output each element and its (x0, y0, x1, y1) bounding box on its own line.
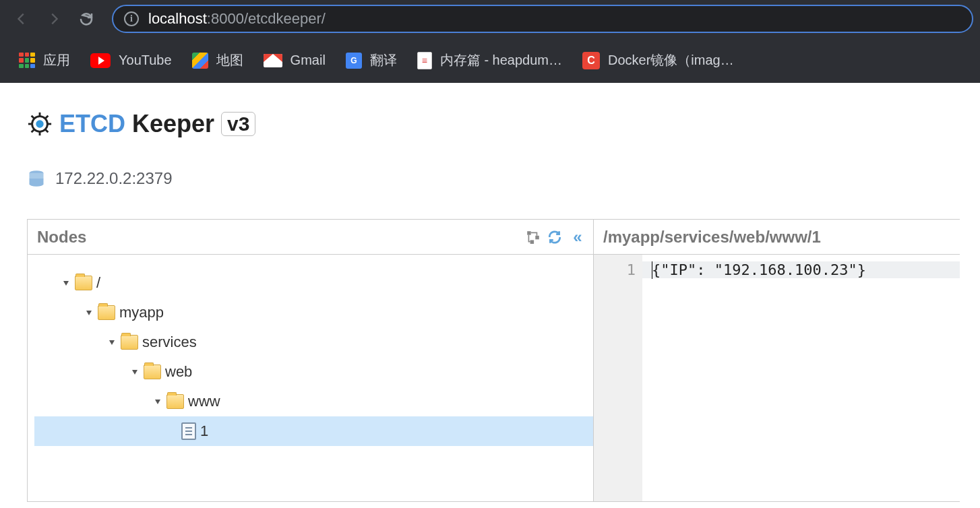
tree-toggle-icon[interactable] (84, 308, 94, 317)
tree-toggle-icon[interactable] (130, 367, 140, 377)
bookmark-label: Docker镜像（imag… (608, 51, 734, 69)
bookmark-label: 翻译 (370, 51, 397, 69)
svg-line-8 (32, 130, 34, 133)
tree-node-services[interactable]: services (34, 327, 593, 357)
folder-icon (121, 335, 138, 350)
back-icon (14, 11, 29, 26)
bookmarks-bar: 应用 YouTube 地图 Gmail G 翻译 ≡ 内存篇 - heapdum… (0, 38, 980, 83)
bookmark-heapdump[interactable]: ≡ 内存篇 - heapdum… (417, 51, 562, 69)
tree-toggle-icon[interactable] (153, 397, 162, 406)
detail-panel-header: /myapp/services/web/www/1 (594, 220, 960, 255)
version-badge: v3 (221, 112, 255, 136)
panels: Nodes « / (27, 219, 960, 502)
nav-row: i localhost:8000/etcdkeeper/ (0, 0, 980, 38)
bookmark-apps[interactable]: 应用 (19, 51, 70, 69)
tree-label: myapp (119, 304, 164, 321)
folder-icon (166, 394, 184, 409)
tree-node-web[interactable]: web (34, 357, 593, 387)
folder-icon (98, 305, 115, 320)
svg-rect-11 (527, 231, 531, 235)
bookmark-label: YouTube (119, 53, 172, 68)
gmail-icon (264, 54, 282, 67)
server-address: 172.22.0.2:2379 (55, 169, 173, 188)
bookmark-translate[interactable]: G 翻译 (346, 51, 397, 69)
youtube-icon (90, 53, 111, 68)
svg-line-7 (46, 130, 49, 133)
tree-toggle-icon[interactable] (61, 278, 71, 288)
detail-panel: /myapp/services/web/www/1 1 {"IP": "192.… (593, 219, 960, 502)
doc-icon: ≡ (417, 52, 432, 69)
app-content: ETCD Keeper v3 172.22.0.2:2379 Nodes « (0, 83, 980, 502)
svg-point-1 (36, 120, 43, 127)
bookmark-label: 内存篇 - heapdum… (440, 51, 562, 69)
site-info-icon[interactable]: i (124, 11, 139, 26)
tree-node-leaf-1[interactable]: 1 (34, 416, 593, 446)
bookmark-label: 应用 (43, 51, 70, 69)
nodes-panel-title: Nodes (37, 228, 86, 247)
url-text: localhost:8000/etcdkeeper/ (148, 10, 326, 28)
bookmark-youtube[interactable]: YouTube (90, 53, 172, 68)
svg-line-9 (46, 116, 49, 119)
bookmark-gmail[interactable]: Gmail (264, 53, 326, 68)
apps-icon (19, 53, 35, 69)
file-icon (181, 422, 196, 440)
svg-rect-13 (530, 240, 534, 244)
gutter-line-number: 1 (594, 261, 636, 278)
back-button[interactable] (7, 4, 36, 34)
tree-node-www[interactable]: www (34, 387, 593, 416)
c-icon: C (582, 52, 600, 69)
bookmark-docker[interactable]: C Docker镜像（imag… (582, 51, 734, 69)
bookmark-label: 地图 (216, 51, 243, 69)
maps-icon (192, 53, 208, 69)
tree-label: 1 (200, 422, 208, 440)
tree-node-myapp[interactable]: myapp (34, 298, 593, 327)
address-bar[interactable]: i localhost:8000/etcdkeeper/ (112, 5, 973, 33)
url-path: /etcdkeeper/ (244, 10, 326, 27)
forward-button[interactable] (39, 4, 69, 34)
tree-label: / (96, 274, 100, 292)
url-host: localhost (148, 10, 207, 27)
tree-label: web (165, 363, 192, 381)
svg-rect-12 (535, 235, 539, 239)
code-area[interactable]: {"IP": "192.168.100.23"} (642, 255, 960, 501)
bookmark-maps[interactable]: 地图 (192, 51, 243, 69)
collapse-icon[interactable]: « (569, 230, 584, 245)
reload-button[interactable] (71, 4, 101, 34)
bookmark-label: Gmail (290, 53, 326, 68)
tree: / myapp services (28, 255, 593, 446)
tree-label: www (188, 393, 220, 410)
editor[interactable]: 1 {"IP": "192.168.100.23"} (594, 255, 960, 501)
tree-node-root[interactable]: / (34, 268, 593, 298)
panel-actions: « (526, 230, 584, 245)
title-brand: ETCD (59, 110, 125, 138)
hierarchy-icon[interactable] (526, 230, 541, 245)
app-logo-icon (27, 111, 53, 137)
app-title: ETCD Keeper v3 (27, 110, 960, 138)
tree-label: services (142, 334, 197, 351)
detail-path: /myapp/services/web/www/1 (603, 228, 821, 247)
svg-line-6 (32, 116, 34, 119)
translate-icon: G (346, 53, 362, 69)
code-line: {"IP": "192.168.100.23"} (642, 261, 960, 278)
nodes-panel-header: Nodes « (28, 220, 593, 255)
browser-chrome: i localhost:8000/etcdkeeper/ 应用 YouTube … (0, 0, 980, 83)
nodes-panel: Nodes « / (27, 219, 593, 502)
database-icon (27, 169, 46, 188)
folder-icon (75, 276, 92, 290)
tree-toggle-icon[interactable] (107, 338, 117, 347)
refresh-icon[interactable] (547, 230, 562, 245)
reload-icon (78, 11, 94, 27)
editor-gutter: 1 (594, 255, 642, 501)
title-name: Keeper (132, 110, 214, 138)
url-port: :8000 (207, 10, 244, 27)
folder-icon (144, 364, 161, 379)
server-address-row: 172.22.0.2:2379 (27, 169, 960, 188)
forward-icon (47, 11, 61, 26)
